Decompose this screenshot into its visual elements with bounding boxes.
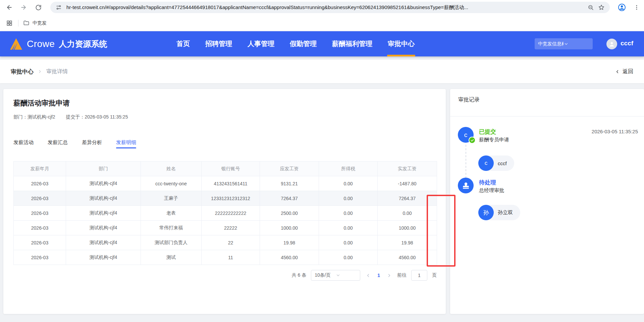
cell: 0.00 (319, 221, 378, 235)
col-header: 姓名 (141, 162, 202, 176)
table-row[interactable]: 2026-03测试机构-cjf4老表2222222222222500.000.0… (14, 206, 437, 221)
page-size-select[interactable]: 10条/页 (311, 270, 360, 281)
forward-icon[interactable] (19, 3, 28, 12)
step1-time: 2026-03-05 11:35:25 (592, 129, 638, 134)
cell: 2026-03 (14, 250, 66, 265)
main-nav: 首页 招聘管理 人事管理 假勤管理 薪酬福利管理 审批中心 (176, 31, 415, 56)
table-row[interactable]: 2026-03测试机构-cjf4ccc-twenty-one4132431561… (14, 176, 437, 191)
back-button-label: 返回 (623, 68, 633, 75)
brand[interactable]: Crowe 人力资源系统 (10, 31, 107, 56)
brand-name: Crowe (27, 39, 55, 49)
cell: 2026-03 (14, 206, 66, 221)
cell: 老表 (141, 206, 202, 221)
cell: ccc-twenty-one (141, 176, 202, 191)
address-bar[interactable]: hr-test.croweit.cn/#/approval/details?ap… (50, 2, 610, 13)
table-row[interactable]: 2026-03测试机构-cjf4测试114560.000.004560.00 (14, 250, 437, 265)
cell: 王麻子 (141, 191, 202, 206)
col-header: 银行账号 (202, 162, 260, 176)
goto-label: 前往 (397, 272, 407, 278)
cell: 11 (202, 250, 260, 265)
stamp-icon (462, 182, 470, 190)
site-info-icon[interactable] (54, 3, 63, 12)
step2-name: 总经理审批 (479, 187, 504, 194)
cell: 常伟打来福 (141, 221, 202, 235)
nav-item-hr[interactable]: 人事管理 (247, 31, 275, 56)
nav-item-approval-center[interactable]: 审批中心 (387, 31, 415, 56)
username[interactable]: cccf (621, 40, 633, 47)
cell: 测试机构-cjf4 (66, 206, 141, 221)
menu-dots-icon[interactable] (632, 3, 641, 12)
cell: 测试机构-cjf4 (66, 235, 141, 250)
back-icon[interactable] (5, 3, 14, 12)
table-row[interactable]: 2026-03测试机构-cjf4王麻子1233123123123127264.3… (14, 191, 437, 206)
tab-pay-detail[interactable]: 发薪明细 (116, 139, 136, 151)
cell: 222222222222 (202, 206, 260, 221)
goto-page-input[interactable] (411, 270, 427, 281)
company-selector[interactable]: 中竞发信息科技（ (535, 38, 593, 49)
chevron-down-icon (564, 42, 590, 46)
cell: 0.00 (319, 235, 378, 250)
cell: 22222 (202, 221, 260, 235)
check-badge-icon (469, 137, 476, 144)
zoom-out-icon[interactable] (586, 3, 595, 12)
tab-pay-summary[interactable]: 发薪汇总 (48, 139, 68, 151)
cell: 22 (202, 235, 260, 250)
cell: 4560.00 (378, 250, 437, 265)
bookmarks-bar: 中竞发 (0, 15, 644, 31)
cell: 2500.00 (260, 206, 319, 221)
nav-item-home[interactable]: 首页 (176, 31, 191, 56)
cell: 7264.37 (378, 191, 437, 206)
cell: 0.00 (319, 206, 378, 221)
profile-icon[interactable] (617, 3, 627, 12)
step2-avatar (458, 178, 474, 193)
page-title: 薪酬活动审批申请 (13, 98, 70, 108)
col-header: 应发工资 (260, 162, 319, 176)
cell: 1000.00 (260, 221, 319, 235)
cell: 0.00 (319, 250, 378, 265)
tab-diff-analysis[interactable]: 差异分析 (82, 139, 102, 151)
bookmark-star-icon[interactable] (597, 3, 606, 12)
user-avatar[interactable] (606, 39, 617, 49)
cell: 0.00 (319, 191, 378, 206)
prev-page-icon[interactable] (365, 273, 371, 278)
cell: 2026-03 (14, 235, 66, 250)
reload-icon[interactable] (34, 3, 43, 12)
table-row[interactable]: 2026-03测试机构-cjf4常伟打来福222221000.000.00100… (14, 221, 437, 235)
pay-detail-table: 发薪年月 部门 姓名 银行账号 应发工资 所得税 实发工资 2026-03测试机… (13, 161, 437, 265)
cell: 0.00 (319, 176, 378, 191)
submitted-meta: 提交于：2026-03-05 11:35:25 (66, 114, 128, 120)
col-header: 发薪年月 (14, 162, 66, 176)
nav-item-compensation[interactable]: 薪酬福利管理 (331, 31, 373, 56)
cell: 19.98 (260, 235, 319, 250)
crowe-logo-icon (10, 38, 22, 50)
breadcrumb-root[interactable]: 审批中心 (11, 68, 34, 76)
cell: 2026-03 (14, 221, 66, 235)
breadcrumb: 审批中心 审批详情 返回 (0, 60, 644, 83)
assignee-name: 孙立双 (498, 210, 513, 216)
col-header: 实发工资 (378, 162, 437, 176)
bookmark-folder[interactable]: 中竞发 (23, 20, 47, 26)
assignee-avatar: c (478, 155, 494, 171)
cell: 0.00 (378, 206, 437, 221)
cell: 4560.00 (260, 250, 319, 265)
apps-grid-icon[interactable] (6, 20, 13, 27)
page-size-value: 10条/页 (315, 272, 336, 278)
cell: 测试部门负责人 (141, 235, 202, 250)
table-row[interactable]: 2026-03测试机构-cjf4测试部门负责人2219.980.0019.98 (14, 235, 437, 250)
next-page-icon[interactable] (386, 273, 392, 278)
breadcrumb-current: 审批详情 (46, 68, 68, 75)
nav-item-recruit[interactable]: 招聘管理 (205, 31, 233, 56)
page-number-current[interactable]: 1 (376, 273, 381, 278)
approval-record-panel: 审批记录 c 已提交 薪酬专员申请 2026-03-05 11:35:25 c … (450, 89, 644, 314)
table-header-row: 发薪年月 部门 姓名 银行账号 应发工资 所得税 实发工资 (14, 162, 437, 176)
meta-row: 部门：测试机构-cjf2 提交于：2026-03-05 11:35:25 (13, 114, 128, 120)
tab-pay-activity[interactable]: 发薪活动 (13, 139, 34, 151)
nav-item-attendance[interactable]: 假勤管理 (289, 31, 317, 56)
cell: 2026-03 (14, 191, 66, 206)
back-button[interactable]: 返回 (615, 68, 633, 75)
url-text[interactable]: hr-test.croweit.cn/#/approval/details?ap… (66, 4, 586, 11)
timeline-connector (466, 145, 466, 178)
cell: 测试机构-cjf4 (66, 176, 141, 191)
cell: 测试 (141, 250, 202, 265)
cell: 测试机构-cjf4 (66, 191, 141, 206)
